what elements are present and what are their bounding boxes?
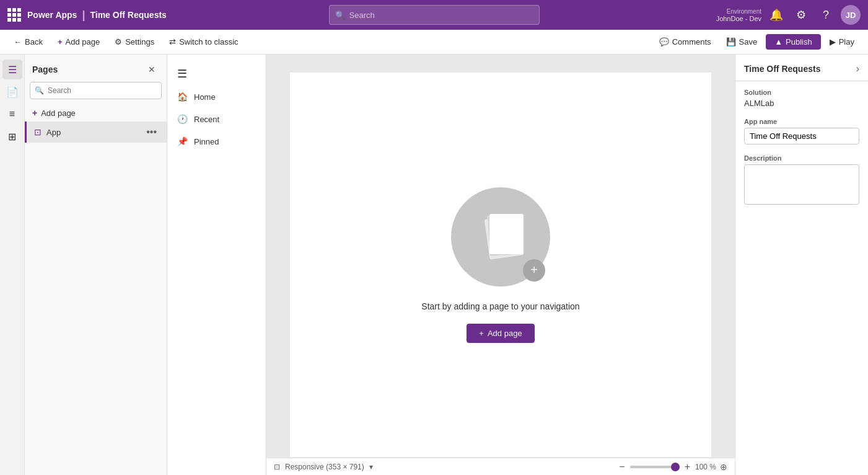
zoom-in-button[interactable]: + bbox=[683, 461, 691, 473]
zoom-slider[interactable] bbox=[630, 466, 680, 468]
app-name-field-group: App name bbox=[744, 118, 859, 144]
nav-item-home[interactable]: 🏠 Home bbox=[167, 86, 266, 108]
stack-page-3 bbox=[489, 214, 524, 254]
nav-item-recent[interactable]: 🕐 Recent bbox=[167, 108, 266, 130]
pages-search-container: 🔍 bbox=[30, 82, 162, 99]
zoom-out-button[interactable]: − bbox=[618, 461, 626, 473]
description-field-group: Description bbox=[744, 154, 859, 206]
sidebar-data-icon[interactable]: ⊞ bbox=[2, 127, 22, 146]
environment-label: Environment bbox=[716, 8, 761, 15]
zoom-percent: 100 % bbox=[695, 463, 716, 471]
publish-button[interactable]: ▲ Publish bbox=[766, 34, 821, 50]
add-circle-icon: + bbox=[523, 259, 545, 282]
global-search-container: 🔍 bbox=[329, 5, 540, 25]
add-page-panel-label: Add page bbox=[41, 109, 76, 118]
canvas-empty-illustration: ✦ ✦ ✦ ✦ + bbox=[451, 187, 550, 286]
comments-label: Comments bbox=[672, 37, 711, 47]
page-item-app[interactable]: ⊡ App ••• bbox=[25, 122, 167, 143]
solution-field-group: Solution ALMLab bbox=[744, 89, 859, 108]
publish-label: Publish bbox=[786, 37, 812, 47]
global-search-input[interactable] bbox=[329, 5, 540, 25]
pages-stack bbox=[476, 212, 525, 262]
canvas-add-page-button[interactable]: + Add page bbox=[467, 324, 534, 343]
pages-panel: Pages ✕ 🔍 + Add page ⊡ App ••• bbox=[25, 55, 167, 475]
add-page-panel-icon: + bbox=[32, 108, 37, 118]
switch-icon: ⇄ bbox=[169, 37, 176, 47]
pinned-icon: 📌 bbox=[177, 136, 188, 146]
environment-name: JohnDoe - Dev bbox=[716, 15, 761, 22]
main-layout: ☰ 📄 ≡ ⊞ Pages ✕ 🔍 + Add page ⊡ App ••• ☰… bbox=[0, 55, 868, 475]
pages-search-input[interactable] bbox=[30, 82, 162, 99]
sidebar-pages-icon[interactable]: ☰ bbox=[2, 60, 22, 79]
solution-value: ALMLab bbox=[744, 99, 859, 108]
status-bar: ⊡ Responsive (353 × 791) ▾ − + 100 % ⊕ bbox=[266, 458, 735, 475]
sparkle-1: ✦ bbox=[457, 189, 465, 200]
nav-item-pinned-label: Pinned bbox=[194, 137, 219, 146]
top-nav-right: Environment JohnDoe - Dev 🔔 ⚙ ? JD bbox=[716, 5, 861, 25]
brand-label: Power Apps bbox=[27, 10, 77, 20]
nav-item-pinned[interactable]: 📌 Pinned bbox=[167, 130, 266, 153]
help-button[interactable]: ? bbox=[816, 5, 836, 25]
top-nav: Power Apps | Time Off Requests 🔍 Environ… bbox=[0, 0, 868, 30]
toolbar-right: 💬 Comments 💾 Save ▲ Publish ▶ Play bbox=[653, 34, 861, 50]
back-icon: ← bbox=[14, 37, 22, 47]
settings-icon: ⚙ bbox=[115, 37, 122, 47]
responsive-icon: ⊡ bbox=[274, 463, 280, 471]
settings-button[interactable]: ⚙ Settings bbox=[108, 35, 160, 49]
solution-label: Solution bbox=[744, 89, 859, 96]
settings-icon-button[interactable]: ⚙ bbox=[791, 5, 811, 25]
pages-header: Pages ✕ bbox=[25, 55, 167, 82]
canvas-add-page-label: Add page bbox=[488, 329, 522, 338]
add-page-toolbar-label: Add page bbox=[66, 37, 100, 47]
add-page-panel-button[interactable]: + Add page bbox=[25, 104, 167, 122]
switch-label: Switch to classic bbox=[179, 37, 238, 47]
app-logo: Power Apps | Time Off Requests bbox=[7, 8, 167, 22]
icon-sidebar: ☰ 📄 ≡ ⊞ bbox=[0, 55, 25, 475]
sidebar-list-icon[interactable]: ≡ bbox=[2, 104, 22, 124]
publish-icon: ▲ bbox=[774, 37, 783, 47]
sparkle-3: ✦ bbox=[454, 269, 462, 280]
right-panel: Time Off Requests › Solution ALMLab App … bbox=[735, 55, 868, 475]
nav-item-recent-label: Recent bbox=[194, 115, 219, 124]
responsive-chevron[interactable]: ▾ bbox=[369, 463, 373, 471]
add-page-toolbar-button[interactable]: + Add page bbox=[51, 35, 106, 49]
add-icon: + bbox=[58, 37, 63, 47]
zoom-thumb bbox=[671, 463, 680, 471]
app-name-field-label: App name bbox=[744, 118, 859, 125]
nav-hamburger[interactable]: ☰ bbox=[167, 62, 266, 86]
fit-icon[interactable]: ⊕ bbox=[720, 462, 727, 472]
grid-icon bbox=[7, 8, 21, 22]
page-item-label: App bbox=[46, 128, 139, 137]
user-avatar[interactable]: JD bbox=[841, 5, 861, 25]
canvas-area: ✦ ✦ ✦ ✦ + Start by adding a page to your… bbox=[266, 55, 735, 475]
back-button[interactable]: ← Back bbox=[7, 35, 49, 49]
pages-panel-title: Pages bbox=[32, 64, 58, 74]
toolbar: ← Back + Add page ⚙ Settings ⇄ Switch to… bbox=[0, 30, 868, 55]
sidebar-page-icon[interactable]: 📄 bbox=[2, 82, 22, 102]
recent-icon: 🕐 bbox=[177, 114, 188, 124]
play-button[interactable]: ▶ Play bbox=[823, 34, 861, 50]
page-item-more-button[interactable]: ••• bbox=[144, 125, 159, 139]
pages-search-icon: 🔍 bbox=[35, 86, 44, 95]
comments-button[interactable]: 💬 Comments bbox=[653, 35, 717, 49]
play-icon: ▶ bbox=[830, 37, 836, 47]
sparkle-2: ✦ bbox=[536, 189, 544, 200]
notification-button[interactable]: 🔔 bbox=[766, 5, 786, 25]
back-label: Back bbox=[25, 37, 43, 47]
save-icon: 💾 bbox=[726, 37, 736, 47]
environment-info: Environment JohnDoe - Dev bbox=[716, 8, 761, 22]
switch-classic-button[interactable]: ⇄ Switch to classic bbox=[163, 35, 244, 49]
settings-label: Settings bbox=[125, 37, 154, 47]
page-item-icon: ⊡ bbox=[34, 127, 42, 137]
nav-separator: | bbox=[82, 9, 85, 22]
description-textarea[interactable] bbox=[744, 164, 859, 205]
right-panel-expand-button[interactable]: › bbox=[856, 63, 859, 74]
home-icon: 🏠 bbox=[177, 92, 188, 102]
save-button[interactable]: 💾 Save bbox=[720, 35, 764, 49]
comments-icon: 💬 bbox=[659, 37, 669, 47]
right-panel-header: Time Off Requests › bbox=[735, 55, 868, 81]
zoom-controls: − + 100 % ⊕ bbox=[618, 461, 727, 473]
pages-close-button[interactable]: ✕ bbox=[144, 62, 159, 77]
app-name-input[interactable] bbox=[744, 128, 859, 144]
nav-item-home-label: Home bbox=[194, 92, 216, 102]
